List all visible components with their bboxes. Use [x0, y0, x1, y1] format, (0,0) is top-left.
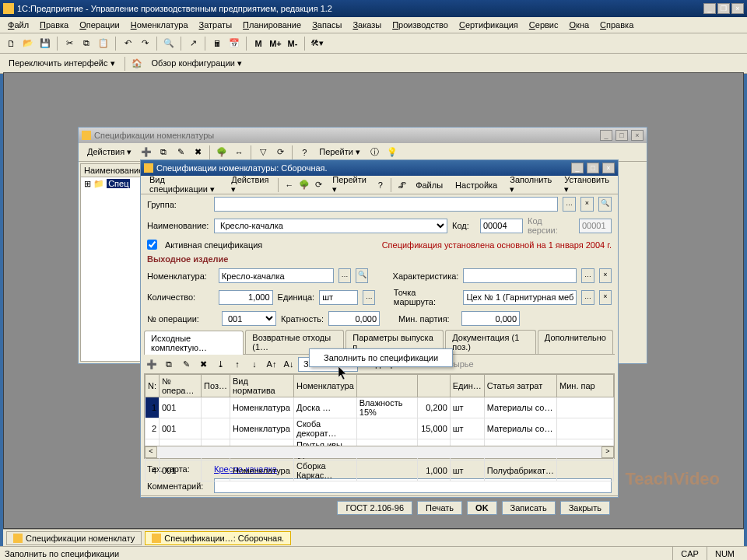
- config-overview-button[interactable]: Обзор конфигурации ▾: [146, 56, 247, 71]
- task-item-1[interactable]: Спецификации номенклату: [6, 531, 142, 545]
- print-button[interactable]: Печать: [417, 501, 462, 515]
- menu-costs[interactable]: Затраты: [195, 19, 237, 31]
- fill-by-spec-item[interactable]: Заполнить по спецификации: [311, 351, 451, 365]
- form-close-button[interactable]: ×: [602, 163, 615, 173]
- col-qty[interactable]: [417, 375, 450, 397]
- qty-field[interactable]: [219, 290, 273, 305]
- save-button[interactable]: Записать: [502, 501, 556, 515]
- col-extra[interactable]: [356, 375, 417, 397]
- list-add-icon[interactable]: ➕: [139, 145, 154, 160]
- tab-extra[interactable]: Дополнительно: [538, 330, 613, 354]
- row-edit-icon[interactable]: ✎: [178, 356, 194, 372]
- switch-interface-button[interactable]: Переключить интерфейс ▾: [3, 56, 121, 71]
- minimize-button[interactable]: _: [703, 3, 716, 14]
- copy-icon[interactable]: ⧉: [79, 36, 94, 51]
- set-button[interactable]: Установить ▾: [559, 173, 615, 197]
- task-item-2[interactable]: Спецификации…: Сборочная.: [145, 531, 291, 545]
- row-delete-icon[interactable]: ✖: [195, 356, 211, 372]
- group-open-button[interactable]: 🔍: [598, 197, 612, 212]
- form-actions-button[interactable]: Действия ▾: [226, 173, 274, 197]
- calc-icon[interactable]: 🖩: [209, 36, 225, 51]
- unit-select-button[interactable]: …: [363, 290, 375, 305]
- cut-icon[interactable]: ✂: [61, 36, 77, 51]
- form-maximize-button[interactable]: □: [587, 163, 599, 173]
- view-spec-button[interactable]: Вид спецификации ▾: [144, 173, 224, 197]
- list-filter-icon[interactable]: ▽: [255, 145, 271, 160]
- list-copy-icon[interactable]: ⧉: [156, 145, 171, 160]
- unit-field[interactable]: [319, 290, 358, 305]
- menu-stock[interactable]: Запасы: [307, 19, 346, 31]
- col-kind[interactable]: Вид норматива: [230, 375, 293, 397]
- list-move-icon[interactable]: ↔: [231, 145, 247, 160]
- redo-icon[interactable]: ↷: [137, 36, 153, 51]
- route-select-button[interactable]: …: [581, 290, 594, 305]
- menu-operations[interactable]: Операции: [75, 19, 124, 31]
- menu-certification[interactable]: Сертификация: [454, 19, 523, 31]
- find-icon[interactable]: 🔍: [161, 36, 177, 51]
- col-nom[interactable]: Номенклатура: [293, 375, 356, 397]
- new-icon[interactable]: 🗋: [3, 36, 19, 51]
- list-edit-icon[interactable]: ✎: [173, 145, 188, 160]
- m-button[interactable]: M: [251, 36, 266, 51]
- restore-button[interactable]: ❐: [717, 3, 730, 14]
- table-row[interactable]: 4001 НоменклатураСборка Каркас… 1,000штП…: [146, 460, 614, 481]
- oper-field[interactable]: 001: [222, 311, 276, 326]
- nom-select-button[interactable]: …: [338, 268, 351, 283]
- col-cost[interactable]: Статья затрат: [484, 375, 556, 397]
- form-minimize-button[interactable]: _: [571, 163, 584, 173]
- col-pos[interactable]: Поз…: [202, 375, 230, 397]
- list-minimize-button[interactable]: _: [600, 130, 612, 141]
- grid-h-scrollbar[interactable]: <>: [145, 446, 614, 458]
- group-select-button[interactable]: …: [563, 197, 576, 212]
- close-button[interactable]: ×: [731, 3, 744, 14]
- list-refresh-icon[interactable]: ⟳: [272, 145, 288, 160]
- list-hierarchy-icon[interactable]: 🌳: [214, 145, 230, 160]
- list-maximize-button[interactable]: □: [615, 130, 628, 141]
- go-icon[interactable]: ↗: [185, 36, 201, 51]
- list-actions-button[interactable]: Действия ▾: [82, 145, 137, 159]
- route-field[interactable]: [463, 290, 577, 305]
- calendar-icon[interactable]: 📅: [226, 36, 242, 51]
- group-clear-button[interactable]: ×: [580, 197, 594, 212]
- code-field[interactable]: [480, 219, 523, 233]
- gost-button[interactable]: ГОСТ 2.106-96: [337, 501, 412, 515]
- col-min[interactable]: Мин. пар: [557, 375, 614, 397]
- nomenclature-field[interactable]: [219, 268, 334, 283]
- form-tree-icon[interactable]: 🌳: [297, 177, 310, 193]
- menu-edit[interactable]: Правка: [35, 19, 73, 31]
- spec-list-titlebar[interactable]: Спецификации номенклатуры _ □ ×: [79, 128, 647, 143]
- minbatch-field[interactable]: [461, 311, 520, 326]
- m-minus-button[interactable]: M-: [285, 36, 300, 51]
- mult-field[interactable]: [328, 311, 380, 326]
- row-end-icon[interactable]: ⤓: [212, 356, 228, 372]
- row-down-icon[interactable]: ↓: [247, 356, 262, 372]
- menu-windows[interactable]: Окна: [565, 19, 594, 31]
- tab-docs[interactable]: Документация (1 поз.): [445, 330, 536, 354]
- menu-help[interactable]: Справка: [595, 19, 638, 31]
- active-spec-checkbox[interactable]: [147, 240, 157, 250]
- row-copy-icon[interactable]: ⧉: [161, 356, 177, 372]
- list-tips-icon[interactable]: 💡: [384, 145, 400, 160]
- menu-production[interactable]: Производство: [388, 19, 453, 31]
- col-unit[interactable]: Един…: [450, 375, 484, 397]
- char-select-button[interactable]: …: [581, 268, 594, 283]
- fill-button[interactable]: Заполнить ▾: [504, 173, 557, 197]
- menu-service[interactable]: Сервис: [524, 19, 563, 31]
- tools-icon[interactable]: 🛠▾: [309, 36, 324, 51]
- table-row[interactable]: 1001 НоменклатураДоска …Влажность 15% 0,…: [146, 397, 614, 418]
- row-sort-asc-icon[interactable]: A↑: [264, 356, 279, 372]
- home-icon[interactable]: 🏠: [129, 56, 145, 72]
- tab-components[interactable]: Исходные комплектую…: [144, 331, 244, 355]
- form-help-icon[interactable]: ?: [374, 177, 387, 193]
- char-field[interactable]: [463, 268, 577, 283]
- close-form-button[interactable]: Закрыть: [560, 501, 610, 515]
- char-clear-button[interactable]: ×: [599, 268, 612, 283]
- col-oper[interactable]: № опера…: [160, 375, 202, 397]
- files-button[interactable]: Файлы: [410, 178, 448, 192]
- menu-planning[interactable]: Планирование: [238, 19, 306, 31]
- list-info-icon[interactable]: ⓘ: [367, 145, 383, 160]
- list-close-button[interactable]: ×: [631, 130, 644, 141]
- menu-file[interactable]: Файл: [3, 19, 33, 31]
- name-field[interactable]: Кресло-качалка: [214, 219, 447, 233]
- menu-orders[interactable]: Заказы: [348, 19, 386, 31]
